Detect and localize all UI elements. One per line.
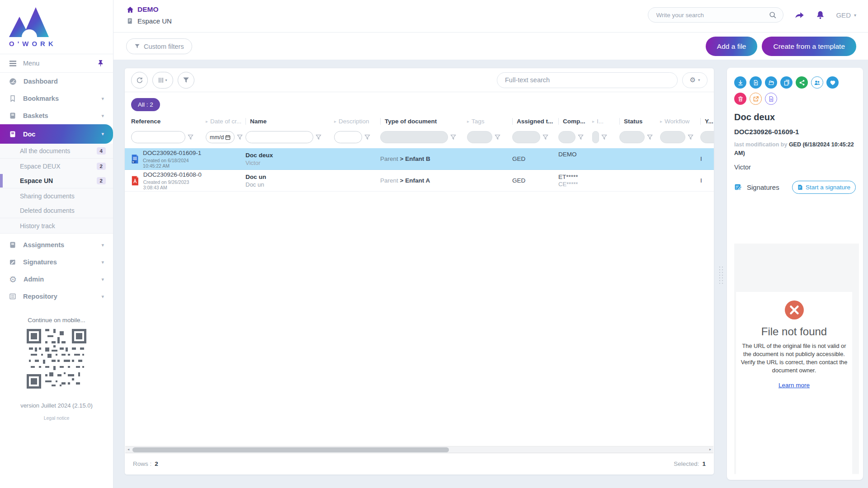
assign-users-button[interactable] — [811, 76, 823, 89]
column-header-date-of-creation[interactable]: ▸Date of cr... — [206, 118, 245, 125]
chevron-down-icon: ▾ — [101, 294, 104, 300]
table-settings-button[interactable]: ⚙ ▾ — [682, 72, 708, 88]
filter-reference-input[interactable] — [131, 131, 185, 143]
all-count-badge[interactable]: All : 2 — [131, 98, 160, 111]
filter-funnel-icon[interactable] — [647, 134, 653, 140]
bell-icon[interactable] — [816, 10, 825, 19]
table-row[interactable]: DOC230926-01609-1 Created on 6/18/2024 1… — [125, 148, 714, 170]
table-row[interactable]: DOC230926-01608-0 Created on 9/26/2023 3… — [125, 170, 714, 192]
scroll-right-icon[interactable]: ▸ — [707, 448, 713, 451]
signatures-label: Signatures — [747, 183, 779, 191]
filter-funnel-icon[interactable] — [578, 134, 584, 140]
add-file-button[interactable]: Add a file — [706, 37, 758, 56]
start-signature-button[interactable]: Start a signature — [792, 181, 856, 194]
sidebar-item-dashboard[interactable]: Dashboard — [0, 73, 113, 90]
filter-funnel-icon[interactable] — [601, 134, 607, 140]
filter-funnel-icon[interactable] — [188, 134, 193, 140]
custom-filters-button[interactable]: Custom filters — [126, 38, 192, 54]
column-header-type-of-document[interactable]: Type of document — [380, 118, 467, 125]
documents-table-card: ▾ ⚙ ▾ All : 2 Reference ▸Date of cr... N… — [124, 68, 714, 475]
legal-notice-link[interactable]: Legal notice — [0, 415, 113, 421]
horizontal-scrollbar[interactable]: ◂ ▸ — [125, 446, 713, 453]
app-title-row[interactable]: DEMO — [127, 5, 172, 14]
upload-version-button[interactable] — [750, 76, 762, 89]
sidebar-item-admin[interactable]: ⚙ Admin ▾ — [0, 271, 113, 288]
app-logo[interactable]: O'WORK — [0, 0, 113, 47]
panel-last-modification: last modification by GED (6/18/2024 10:4… — [734, 141, 856, 158]
panel-resize-handle[interactable] — [718, 266, 724, 285]
share-button[interactable] — [796, 76, 808, 89]
action-bar: Custom filters Add a file Create from a … — [113, 32, 868, 60]
sidebar-item-deleted-documents[interactable]: Deleted documents — [0, 203, 113, 218]
hamburger-icon[interactable] — [9, 61, 17, 66]
menu-toggle-row[interactable]: Menu — [0, 54, 113, 73]
column-header-status[interactable]: Status — [619, 118, 660, 125]
create-from-template-button[interactable]: Create from a template — [762, 37, 856, 56]
sidebar-item-sharing-documents[interactable]: Sharing documents — [0, 188, 113, 203]
filter-funnel-icon[interactable] — [688, 134, 693, 140]
sidebar-item-repository[interactable]: Repository ▾ — [0, 288, 113, 305]
start-signature-label: Start a signature — [806, 184, 850, 191]
column-header-y[interactable]: Y... — [700, 118, 714, 125]
filter-funnel-icon[interactable] — [237, 134, 243, 140]
mobile-note: Continue on mobile... — [0, 317, 113, 324]
global-search[interactable] — [648, 7, 783, 23]
sidebar-item-doc[interactable]: Doc ▾ — [0, 124, 113, 144]
column-header-description[interactable]: ▸Description — [334, 118, 380, 125]
sidebar: O'WORK Menu Dashboard Bookmarks ▾ Basket… — [0, 0, 113, 488]
column-header-assigned-to[interactable]: Assigned t... — [512, 118, 558, 125]
filter-funnel-icon[interactable] — [316, 134, 321, 140]
document-last-col: I — [700, 155, 714, 162]
column-header-tags[interactable]: ▸Tags — [467, 118, 512, 125]
columns-button[interactable]: ▾ — [152, 72, 173, 89]
download-button[interactable] — [734, 76, 746, 89]
filter-date-input[interactable]: mm/d — [206, 131, 235, 143]
filter-funnel-icon[interactable] — [542, 134, 548, 140]
doc-book-icon — [9, 131, 16, 138]
scroll-left-icon[interactable]: ◂ — [125, 448, 132, 451]
sidebar-item-all-documents[interactable]: All the documents 4 — [0, 144, 113, 159]
filter-funnel-icon[interactable] — [364, 134, 370, 140]
column-header-name[interactable]: Name — [245, 118, 334, 125]
selected-label: Selected: — [674, 460, 699, 467]
scrollbar-thumb[interactable] — [132, 447, 449, 452]
sidebar-item-signatures[interactable]: Signatures ▾ — [0, 253, 113, 271]
count-badge: 2 — [97, 177, 106, 184]
sidebar-item-history-track[interactable]: History track — [0, 218, 113, 233]
sidebar-item-espace-deux[interactable]: Espace DEUX 2 — [0, 159, 113, 174]
filter-description-input[interactable] — [334, 131, 362, 143]
document-reference: DOC230926-01608-0 — [143, 171, 203, 178]
global-search-input[interactable] — [656, 12, 769, 19]
learn-more-link[interactable]: Learn more — [778, 382, 810, 389]
open-folder-button[interactable] — [765, 76, 777, 89]
file-not-found-box: File not found The URL of the original f… — [736, 292, 852, 474]
delete-button[interactable] — [734, 93, 746, 105]
sidebar-item-espace-un[interactable]: Espace UN 2 — [0, 174, 113, 188]
column-header-reference[interactable]: Reference — [131, 118, 206, 125]
pin-sidebar-icon[interactable] — [97, 60, 104, 67]
copy-button[interactable] — [780, 76, 793, 89]
favorite-button[interactable] — [826, 76, 839, 89]
document-properties-button[interactable] — [765, 93, 777, 105]
filter-button[interactable] — [178, 72, 194, 89]
sidebar-item-bookmarks[interactable]: Bookmarks ▾ — [0, 90, 113, 107]
share-forward-icon[interactable] — [794, 10, 805, 19]
refresh-button[interactable] — [131, 72, 148, 89]
open-external-button[interactable] — [750, 93, 762, 105]
document-type-child: > Enfant B — [400, 155, 430, 162]
filter-funnel-icon[interactable] — [495, 134, 500, 140]
fulltext-search-input[interactable] — [497, 72, 678, 88]
column-header-workflow[interactable]: ▸Workflow — [660, 118, 700, 125]
filter-name-input[interactable] — [245, 131, 313, 143]
columns-icon — [158, 77, 164, 83]
search-icon[interactable] — [769, 11, 777, 19]
sidebar-item-assignments[interactable]: Assignments ▾ — [0, 236, 113, 253]
column-header-company[interactable]: Comp... — [558, 118, 592, 125]
selected-value: 1 — [702, 460, 706, 467]
user-menu[interactable]: GED ▾ — [836, 11, 856, 19]
sidebar-item-label: Repository — [23, 293, 57, 300]
filter-funnel-icon[interactable] — [450, 134, 456, 140]
filter-type-input — [380, 131, 448, 143]
sidebar-item-baskets[interactable]: Baskets ▾ — [0, 107, 113, 124]
column-header-i[interactable]: ▸I... — [592, 118, 619, 125]
